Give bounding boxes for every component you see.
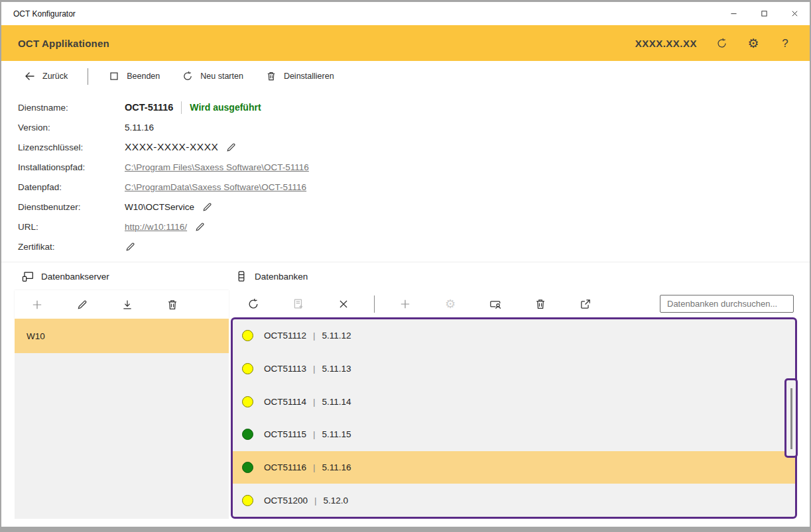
service-details: Dienstname: OCT-51116 Wird ausgeführt Ve… bbox=[1, 91, 810, 262]
header-actions: XXXX.XX.XX ⚙ ? bbox=[635, 36, 792, 50]
gear-icon: ⚙ bbox=[747, 37, 759, 50]
url-row: URL: http://w10:1116/ bbox=[1, 217, 810, 237]
database-name: OCT51115 bbox=[264, 429, 306, 439]
trash-icon bbox=[266, 71, 277, 81]
certificate-row: Zertifikat: bbox=[1, 237, 810, 256]
separator: | bbox=[313, 364, 316, 374]
value-separator bbox=[181, 101, 182, 114]
service-user-value: W10\OCTService bbox=[125, 202, 194, 212]
database-list-item[interactable]: OCT51113 | 5.11.13 bbox=[233, 352, 795, 386]
delete-database-button[interactable] bbox=[518, 290, 563, 317]
database-list-item[interactable]: OCT51114 | 5.11.14 bbox=[233, 385, 795, 418]
cancel-button[interactable] bbox=[321, 290, 366, 317]
database-list-scrollbar[interactable] bbox=[784, 378, 798, 458]
app-window: OCT Konfigurator OCT Applikationen XXXX.… bbox=[0, 0, 811, 532]
pencil-icon bbox=[125, 241, 136, 252]
trash-icon bbox=[166, 299, 178, 311]
back-button[interactable]: Zurück bbox=[22, 67, 70, 85]
stop-service-button[interactable]: Beenden bbox=[106, 67, 162, 85]
status-dot-icon bbox=[242, 396, 253, 407]
edit-user-button[interactable] bbox=[202, 201, 213, 213]
database-version: 5.11.14 bbox=[322, 397, 351, 407]
delete-server-button[interactable] bbox=[150, 290, 195, 319]
refresh-icon bbox=[247, 298, 259, 310]
service-url-link[interactable]: http://w10:1116/ bbox=[125, 222, 187, 232]
database-icon bbox=[235, 270, 247, 282]
permissions-button[interactable] bbox=[473, 290, 518, 317]
toolbar-separator bbox=[374, 295, 375, 313]
database-version: 5.11.15 bbox=[322, 429, 351, 439]
pencil-icon bbox=[194, 221, 206, 233]
status-dot-icon bbox=[242, 462, 253, 473]
app-header: OCT Applikationen XXXX.XX.XX ⚙ ? bbox=[1, 25, 810, 61]
database-list-item[interactable]: OCT51115 | 5.11.15 bbox=[233, 418, 795, 451]
document-add-icon bbox=[292, 298, 304, 310]
scrollbar-thumb[interactable] bbox=[790, 388, 792, 449]
service-status-badge: Wird ausgeführt bbox=[190, 102, 261, 113]
edit-server-button[interactable] bbox=[60, 290, 105, 319]
user-card-icon bbox=[489, 298, 501, 310]
script-database-button[interactable] bbox=[276, 290, 321, 317]
database-list: OCT51112 | 5.11.12 OCT51113 | 5.11.13 OC… bbox=[231, 317, 797, 519]
separator: | bbox=[313, 331, 316, 341]
close-icon bbox=[790, 9, 799, 18]
add-database-button[interactable] bbox=[383, 290, 428, 317]
service-name-value: OCT-51116 bbox=[125, 102, 173, 113]
minimize-button[interactable] bbox=[718, 2, 749, 25]
database-list-item[interactable]: OCT51112 | 5.11.12 bbox=[233, 319, 795, 352]
service-name-row: Dienstname: OCT-51116 Wird ausgeführt bbox=[1, 97, 810, 117]
window-title: OCT Konfigurator bbox=[1, 9, 718, 19]
pencil-icon bbox=[202, 201, 213, 213]
data-path-link[interactable]: C:\ProgramData\Saxess Software\OCT-51116 bbox=[125, 182, 306, 192]
help-button[interactable]: ? bbox=[778, 36, 792, 50]
service-user-row: Dienstbenutzer: W10\OCTService bbox=[1, 197, 810, 217]
toolbar-separator bbox=[88, 68, 88, 85]
uninstall-button[interactable]: Deinstallieren bbox=[263, 67, 337, 85]
close-button[interactable] bbox=[779, 2, 810, 25]
database-name: OCT51116 bbox=[264, 462, 306, 472]
separator: | bbox=[313, 429, 316, 439]
share-database-button[interactable] bbox=[563, 290, 608, 317]
database-name: OCT51114 bbox=[264, 397, 306, 407]
maximize-button[interactable] bbox=[749, 2, 779, 25]
window-controls bbox=[718, 2, 810, 25]
database-toolbar: ⚙ bbox=[231, 290, 797, 317]
refresh-button[interactable] bbox=[714, 36, 729, 50]
edit-certificate-button[interactable] bbox=[125, 241, 136, 252]
settings-button[interactable]: ⚙ bbox=[746, 36, 761, 50]
import-server-button[interactable] bbox=[105, 290, 150, 319]
database-version: 5.11.16 bbox=[322, 462, 351, 472]
pencil-icon bbox=[225, 142, 237, 153]
page-title: OCT Applikationen bbox=[18, 38, 635, 49]
add-server-button[interactable] bbox=[15, 290, 60, 319]
back-arrow-icon bbox=[25, 71, 35, 81]
database-settings-button[interactable]: ⚙ bbox=[428, 290, 473, 317]
edit-url-button[interactable] bbox=[194, 221, 206, 233]
database-version: 5.12.0 bbox=[324, 496, 349, 505]
license-row: Lizenzschlüssel: XXXX-XXXX-XXXX bbox=[1, 137, 810, 157]
server-list-item[interactable]: W10 bbox=[15, 319, 229, 353]
database-panel-header: Datenbanken bbox=[235, 262, 308, 290]
data-path-row: Datenpfad: C:\ProgramData\Saxess Softwar… bbox=[1, 177, 810, 197]
database-name: OCT51200 bbox=[264, 496, 308, 505]
devices-icon bbox=[22, 270, 34, 282]
install-path-link[interactable]: C:\Program Files\Saxess Software\OCT-511… bbox=[125, 162, 309, 172]
version-badge: XXXX.XX.XX bbox=[635, 38, 697, 49]
database-list-item[interactable]: OCT51200 | 5.12.0 bbox=[233, 484, 795, 517]
separator: | bbox=[313, 462, 316, 472]
edit-license-button[interactable] bbox=[225, 142, 237, 153]
restart-service-button[interactable]: Neu starten bbox=[180, 67, 246, 85]
x-icon bbox=[338, 298, 349, 310]
panels-area: Datenbankserver Datenbanken bbox=[1, 262, 810, 518]
restart-icon bbox=[182, 71, 193, 81]
server-list: W10 bbox=[15, 319, 229, 519]
version-value: 5.11.16 bbox=[125, 123, 810, 133]
titlebar: OCT Konfigurator bbox=[1, 2, 810, 25]
status-dot-icon bbox=[242, 495, 253, 506]
database-version: 5.11.13 bbox=[322, 364, 351, 374]
search-input[interactable] bbox=[660, 295, 794, 313]
database-list-item[interactable]: OCT51116 | 5.11.16 bbox=[233, 451, 795, 484]
help-icon: ? bbox=[782, 38, 788, 49]
refresh-databases-button[interactable] bbox=[231, 290, 276, 317]
version-row: Version: 5.11.16 bbox=[1, 117, 810, 137]
